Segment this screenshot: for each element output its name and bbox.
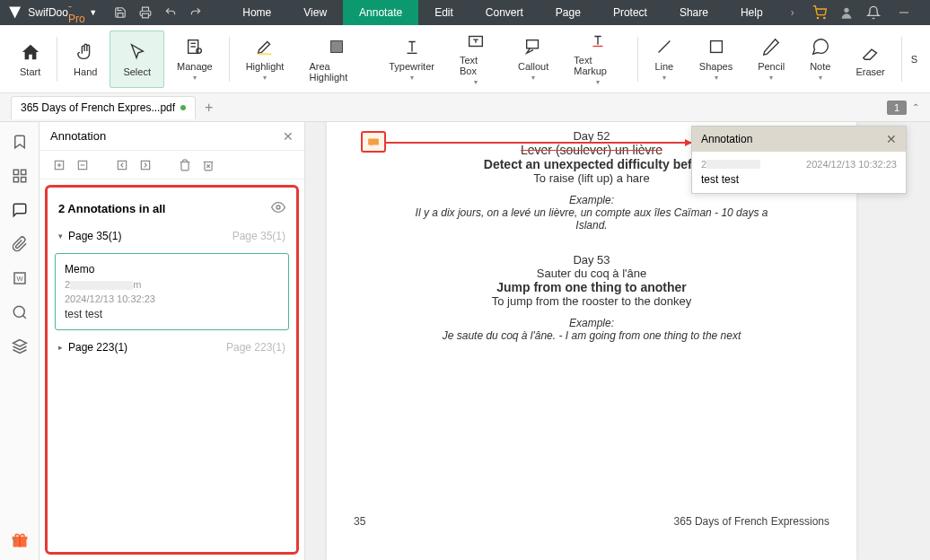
main-area: W Annotation ✕ 2 Annotation — [0, 122, 930, 560]
highlight-icon — [255, 36, 275, 57]
word-icon[interactable]: W — [9, 267, 31, 289]
svg-rect-37 — [118, 161, 126, 169]
bell-icon[interactable] — [860, 0, 887, 25]
menu-bar: Home View Annotate Edit Convert Page Pro… — [226, 0, 778, 25]
separator — [229, 37, 230, 82]
eye-icon[interactable] — [271, 200, 285, 217]
annotation-popup-meta: 2 2024/12/13 10:32:23 — [701, 159, 897, 170]
textbox-button[interactable]: Text Box ▾ — [447, 31, 505, 88]
start-button[interactable]: Start — [7, 31, 53, 88]
page-indicator: 1 — [887, 101, 907, 115]
svg-marker-28 — [13, 340, 26, 347]
menu-page[interactable]: Page — [540, 0, 597, 25]
menu-help[interactable]: Help — [724, 0, 779, 25]
cursor-icon — [127, 41, 147, 63]
annotation-panel-header: Annotation ✕ — [39, 122, 304, 151]
hand-button[interactable]: Hand — [61, 31, 110, 88]
annotation-toolbar — [39, 151, 304, 179]
document-view[interactable]: Day 52 Lever (soulever) un lièvre Detect… — [305, 122, 930, 560]
annotation-count-label: 2 Annotations in all — [58, 202, 165, 215]
close-panel-button[interactable]: ✕ — [283, 129, 294, 144]
save-button[interactable] — [108, 0, 133, 25]
document-tab[interactable]: 365 Days of French Expres...pdf — [11, 96, 196, 119]
annotation-marker[interactable] — [361, 131, 386, 153]
example-text2: Island. — [354, 219, 829, 232]
annotation-popup[interactable]: Annotation ✕ 2 2024/12/13 10:32:23 test … — [691, 126, 907, 194]
manage-button[interactable]: Manage ▾ — [164, 31, 225, 88]
area-highlight-button[interactable]: Area Highlight — [296, 31, 376, 88]
undo-button[interactable] — [158, 0, 183, 25]
close-popup-button[interactable]: ✕ — [886, 132, 897, 146]
note-button[interactable]: Note ▾ — [797, 31, 843, 88]
shapes-button[interactable]: Shapes ▾ — [687, 31, 745, 88]
menu-annotate[interactable]: Annotate — [343, 0, 418, 25]
menu-convert[interactable]: Convert — [469, 0, 540, 25]
svg-rect-21 — [21, 170, 25, 174]
cart-icon[interactable] — [806, 0, 833, 25]
svg-rect-19 — [710, 41, 722, 53]
chevron-right-icon[interactable]: › — [779, 0, 806, 25]
attachment-icon[interactable] — [9, 233, 31, 255]
line-icon — [654, 36, 674, 57]
annotation-icon[interactable] — [9, 199, 31, 221]
menu-home[interactable]: Home — [226, 0, 287, 25]
back-button[interactable]: ‹ — [13, 531, 17, 547]
quick-access-toolbar — [108, 0, 208, 25]
redo-button[interactable] — [183, 0, 208, 25]
highlight-button[interactable]: Highlight ▾ — [233, 31, 297, 88]
more-button[interactable]: S — [906, 31, 923, 88]
textmarkup-button[interactable]: Text Markup ▾ — [561, 31, 634, 88]
delete-all-icon[interactable] — [199, 156, 217, 174]
trash-icon[interactable] — [176, 156, 194, 174]
menu-share[interactable]: Share — [663, 0, 724, 25]
collapse-all-icon[interactable] — [74, 156, 92, 174]
menu-view[interactable]: View — [287, 0, 343, 25]
bookmark-icon[interactable] — [9, 131, 31, 153]
page-row-223[interactable]: ▸ Page 223(1) Page 223(1) — [55, 334, 289, 361]
callout-button[interactable]: Callout ▾ — [505, 31, 561, 88]
layers-icon[interactable] — [9, 336, 31, 357]
more-icon: S — [911, 48, 917, 70]
separator — [57, 37, 57, 82]
page-row-35[interactable]: ▾ Page 35(1) Page 35(1) — [55, 223, 289, 249]
search-icon[interactable] — [9, 302, 31, 323]
svg-point-41 — [276, 206, 280, 209]
svg-line-27 — [22, 315, 25, 318]
minimize-button[interactable] — [887, 0, 921, 25]
memo-card[interactable]: Memo 2m 2024/12/13 10:32:23 test test — [55, 253, 289, 330]
day-number: Day 53 — [354, 253, 829, 267]
print-button[interactable] — [133, 0, 158, 25]
add-tab-button[interactable]: + — [205, 100, 213, 116]
pencil-button[interactable]: Pencil ▾ — [745, 31, 797, 88]
thumbnails-icon[interactable] — [9, 165, 31, 187]
annotation-popup-text: test test — [701, 173, 897, 186]
annotation-popup-body: 2 2024/12/13 10:32:23 test test — [692, 152, 906, 193]
expand-all-icon[interactable] — [50, 156, 68, 174]
day-english: Jump from one thing to another — [354, 280, 829, 294]
eraser-button[interactable]: Eraser — [843, 31, 897, 88]
menu-edit[interactable]: Edit — [418, 0, 469, 25]
next-icon[interactable] — [136, 156, 154, 174]
collapse-ribbon-button[interactable]: ⌃ — [912, 102, 919, 112]
chevron-down-icon: ▾ — [58, 232, 63, 241]
app-dropdown-icon[interactable]: ▼ — [89, 8, 97, 17]
svg-rect-20 — [13, 170, 18, 174]
chevron-down-icon: ▾ — [410, 74, 414, 82]
maximize-button[interactable] — [921, 0, 930, 25]
titlebar-right: › — [779, 0, 930, 25]
typewriter-icon — [402, 36, 422, 57]
hand-icon — [75, 41, 95, 63]
line-button[interactable]: Line ▾ — [642, 31, 687, 88]
tab-bar: 365 Days of French Expres...pdf + 1 ⌃ — [0, 93, 930, 122]
app-name-prefix: SwifDoo — [28, 6, 68, 19]
menu-protect[interactable]: Protect — [597, 0, 663, 25]
typewriter-button[interactable]: Typewriter ▾ — [376, 31, 447, 88]
titlebar: SwifDoo-Pro ▼ Home View Annotate Edit Co… — [0, 0, 930, 25]
prev-icon[interactable] — [113, 156, 131, 174]
select-button[interactable]: Select — [110, 31, 164, 88]
user-icon[interactable] — [833, 0, 860, 25]
example-text: Il y a dix jours, on a levé un lièvre, u… — [354, 206, 829, 219]
svg-rect-0 — [143, 13, 149, 18]
page-footer: 35 365 Days of French Expressions — [354, 515, 829, 528]
memo-date: 2024/12/13 10:32:23 — [65, 293, 279, 304]
